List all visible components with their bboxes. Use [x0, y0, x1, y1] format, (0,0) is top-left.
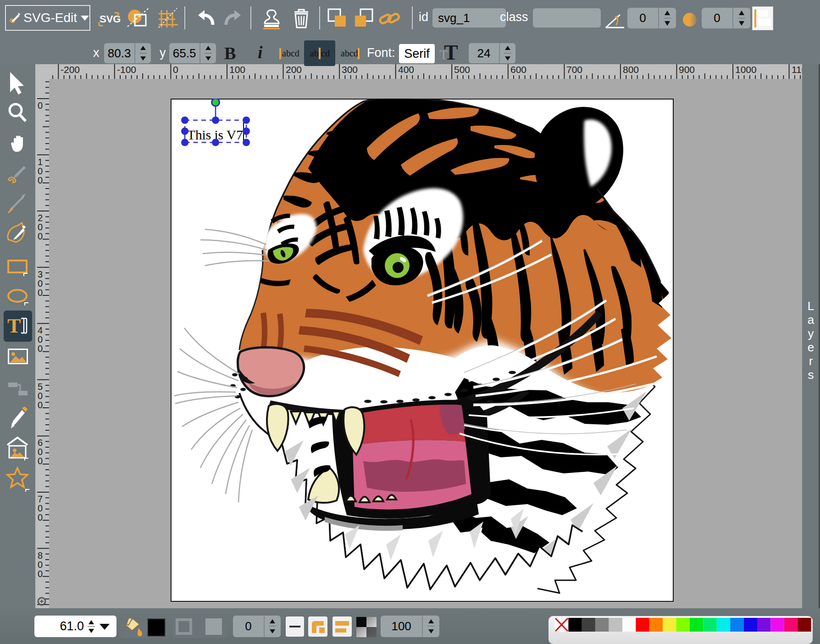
svg-text:2: 2	[38, 213, 43, 223]
svg-text:0: 0	[38, 569, 43, 579]
svg-text:0: 0	[38, 278, 43, 289]
svg-text:0: 0	[38, 288, 43, 298]
svg-text:400: 400	[398, 64, 414, 75]
svg-text:0: 0	[38, 166, 43, 176]
svg-text:0: 0	[38, 447, 43, 457]
svg-text:0: 0	[38, 222, 43, 232]
svg-text:ab: ab	[310, 48, 319, 58]
svg-text:0: 0	[38, 503, 43, 513]
svg-text:SVG: SVG	[100, 13, 121, 25]
svg-text:100: 100	[229, 64, 245, 75]
svg-text:0: 0	[38, 391, 43, 401]
svg-text:1000: 1000	[735, 64, 757, 75]
svg-text:0: 0	[38, 334, 43, 344]
svg-text:200: 200	[286, 64, 302, 75]
svg-text:6: 6	[38, 438, 43, 448]
svg-text:0: 0	[173, 64, 178, 75]
svg-text:7: 7	[38, 494, 43, 504]
svg-text:5: 5	[38, 382, 43, 392]
svg-text:500: 500	[454, 64, 470, 75]
svg-text:abcd: abcd	[341, 48, 358, 58]
svg-text:0: 0	[38, 231, 43, 241]
svg-text:300: 300	[342, 64, 358, 75]
svg-text:-100: -100	[117, 64, 136, 75]
svg-text:800: 800	[623, 64, 639, 75]
svg-text:abcd: abcd	[282, 48, 299, 58]
svg-text:0: 0	[38, 344, 43, 354]
svg-text:T: T	[7, 315, 21, 337]
svg-text:8: 8	[38, 550, 43, 561]
svg-text:0: 0	[38, 100, 43, 111]
svg-text:-200: -200	[61, 64, 80, 75]
svg-text:1100: 1100	[792, 64, 802, 75]
svg-text:700: 700	[566, 64, 582, 75]
svg-text:0: 0	[38, 512, 43, 522]
svg-text:cd: cd	[321, 48, 330, 58]
svg-text:0: 0	[38, 456, 43, 466]
svg-text:0: 0	[38, 175, 43, 185]
svg-text:1: 1	[38, 157, 43, 167]
svg-text:0: 0	[38, 400, 43, 410]
svg-text:3: 3	[38, 269, 43, 279]
svg-text:900: 900	[679, 64, 695, 75]
svg-text:0: 0	[38, 560, 43, 570]
svg-text:600: 600	[510, 64, 526, 75]
svg-text:4: 4	[38, 325, 43, 335]
